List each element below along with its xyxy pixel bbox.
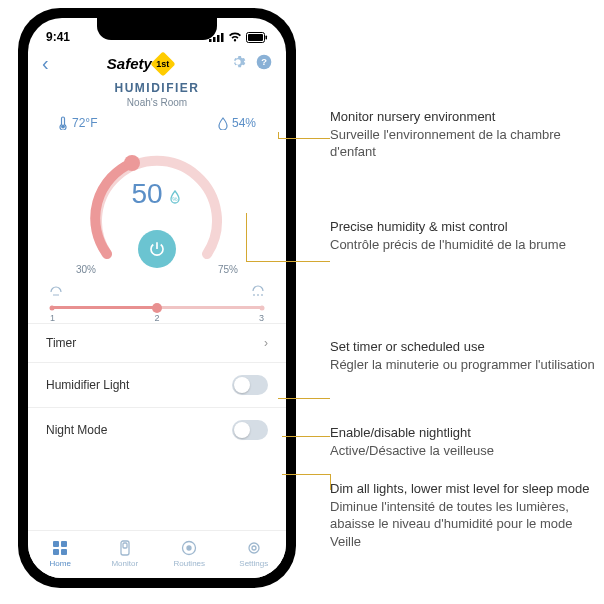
mist-level-control[interactable]: 1 2 3 xyxy=(28,275,286,323)
nav-monitor[interactable]: Monitor xyxy=(93,531,158,578)
svg-point-20 xyxy=(252,546,256,550)
gear-icon[interactable] xyxy=(230,54,246,74)
slider-thumb[interactable] xyxy=(152,303,162,313)
svg-point-9 xyxy=(62,125,65,128)
gauge-value: 50 % xyxy=(72,178,242,210)
svg-point-19 xyxy=(187,546,191,550)
power-icon xyxy=(148,240,166,258)
header: ‹ Safety1st ? xyxy=(28,48,286,77)
humidity-gauge[interactable]: 50 % xyxy=(72,134,242,274)
svg-rect-6 xyxy=(266,35,268,39)
thermometer-icon xyxy=(58,116,68,130)
brand-logo: Safety1st xyxy=(107,55,172,73)
bottom-nav: Home Monitor Routines Settings xyxy=(28,530,286,578)
light-toggle[interactable] xyxy=(232,375,268,395)
svg-text:%: % xyxy=(172,196,178,202)
logo-badge: 1st xyxy=(150,51,175,76)
night-toggle[interactable] xyxy=(232,420,268,440)
svg-rect-5 xyxy=(248,34,263,41)
callout-environment: Monitor nursery environment Surveille l'… xyxy=(330,108,600,161)
svg-rect-15 xyxy=(61,549,67,555)
status-time: 9:41 xyxy=(46,30,70,44)
nav-settings[interactable]: Settings xyxy=(222,531,287,578)
home-icon xyxy=(28,539,93,557)
screen: 9:41 ‹ Safety1st ? HUMIDIFIER Noah's Roo… xyxy=(28,18,286,578)
environment-readout: 72°F 54% xyxy=(28,108,286,130)
battery-icon xyxy=(246,32,268,43)
wifi-icon xyxy=(228,32,242,42)
mist-scale: 1 2 3 xyxy=(48,313,266,323)
callout-nightlight: Enable/disable nightlight Active/Désacti… xyxy=(330,424,494,459)
night-mode-row: Night Mode xyxy=(28,407,286,452)
help-icon[interactable]: ? xyxy=(256,54,272,74)
timer-row[interactable]: Timer › xyxy=(28,323,286,362)
callout-night-mode: Dim all lights, lower mist level for sle… xyxy=(330,480,600,550)
page-title: HUMIDIFIER Noah's Room xyxy=(28,81,286,108)
room-name: Noah's Room xyxy=(28,97,286,108)
svg-rect-0 xyxy=(209,39,212,42)
settings-icon xyxy=(222,539,287,557)
humidity: 54% xyxy=(218,116,256,130)
droplet-icon xyxy=(218,117,228,130)
callout-timer: Set timer or scheduled use Régler la min… xyxy=(330,338,595,373)
mist-high-icon xyxy=(250,283,266,300)
svg-text:?: ? xyxy=(261,57,267,67)
svg-rect-14 xyxy=(53,549,59,555)
svg-rect-17 xyxy=(123,543,127,548)
notch xyxy=(97,18,217,40)
mist-low-icon xyxy=(48,283,64,300)
callout-humidity-control: Precise humidity & mist control Contrôle… xyxy=(330,218,566,253)
power-button[interactable] xyxy=(138,230,176,268)
svg-rect-1 xyxy=(213,37,216,42)
phone-frame: 9:41 ‹ Safety1st ? HUMIDIFIER Noah's Roo… xyxy=(18,8,296,588)
svg-rect-3 xyxy=(221,33,224,42)
temperature: 72°F xyxy=(58,116,97,130)
percent-droplet-icon: % xyxy=(163,190,183,206)
svg-rect-13 xyxy=(61,541,67,547)
svg-rect-12 xyxy=(53,541,59,547)
chevron-right-icon: › xyxy=(264,336,268,350)
svg-rect-2 xyxy=(217,35,220,42)
routines-icon xyxy=(157,539,222,557)
status-icons xyxy=(209,32,268,43)
monitor-icon xyxy=(93,539,158,557)
mist-slider[interactable] xyxy=(52,306,262,309)
nav-home[interactable]: Home xyxy=(28,531,93,578)
light-row: Humidifier Light xyxy=(28,362,286,407)
svg-point-10 xyxy=(124,155,140,171)
device-type: HUMIDIFIER xyxy=(28,81,286,95)
nav-routines[interactable]: Routines xyxy=(157,531,222,578)
back-button[interactable]: ‹ xyxy=(42,52,49,75)
